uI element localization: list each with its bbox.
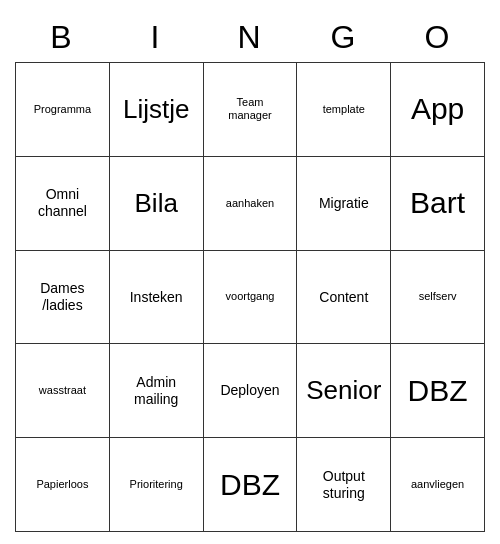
header-letter-o: O: [391, 12, 485, 62]
bingo-cell-4: App: [391, 63, 485, 157]
header-letter-g: G: [297, 12, 391, 62]
bingo-cell-7: aanhaken: [204, 157, 298, 251]
bingo-cell-11: Insteken: [110, 251, 204, 345]
bingo-cell-16: Adminmailing: [110, 344, 204, 438]
bingo-cell-24: aanvliegen: [391, 438, 485, 532]
bingo-grid: ProgrammaLijstjeTeammanagertemplateAppOm…: [15, 62, 485, 532]
bingo-cell-13: Content: [297, 251, 391, 345]
bingo-cell-10: Dames/ladies: [16, 251, 110, 345]
bingo-card: BINGO ProgrammaLijstjeTeammanagertemplat…: [15, 12, 485, 532]
bingo-cell-1: Lijstje: [110, 63, 204, 157]
bingo-cell-12: voortgang: [204, 251, 298, 345]
header-letter-i: I: [109, 12, 203, 62]
bingo-cell-9: Bart: [391, 157, 485, 251]
bingo-cell-3: template: [297, 63, 391, 157]
bingo-cell-18: Senior: [297, 344, 391, 438]
bingo-cell-17: Deployen: [204, 344, 298, 438]
bingo-cell-14: selfserv: [391, 251, 485, 345]
bingo-cell-19: DBZ: [391, 344, 485, 438]
bingo-cell-20: Papierloos: [16, 438, 110, 532]
bingo-cell-0: Programma: [16, 63, 110, 157]
bingo-cell-23: Outputsturing: [297, 438, 391, 532]
bingo-cell-5: Omnichannel: [16, 157, 110, 251]
bingo-cell-8: Migratie: [297, 157, 391, 251]
bingo-cell-22: DBZ: [204, 438, 298, 532]
header-letter-b: B: [15, 12, 109, 62]
bingo-cell-21: Prioritering: [110, 438, 204, 532]
bingo-header: BINGO: [15, 12, 485, 62]
bingo-cell-2: Teammanager: [204, 63, 298, 157]
bingo-cell-15: wasstraat: [16, 344, 110, 438]
bingo-cell-6: Bila: [110, 157, 204, 251]
header-letter-n: N: [203, 12, 297, 62]
